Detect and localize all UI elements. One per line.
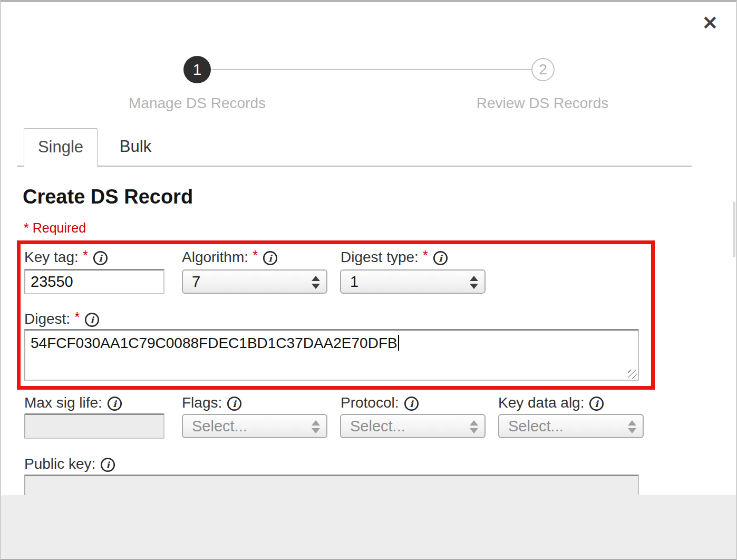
digest-label: Digest: * i [24,310,100,329]
info-icon[interactable]: i [226,395,243,412]
flags-label: Flags: i [182,393,243,412]
create-ds-record-modal: ✕ 1 2 Manage DS Records Review DS Record… [0,0,737,560]
algorithm-label: Algorithm: * i [182,248,278,267]
required-note: * Required [24,220,86,236]
digest-type-select[interactable]: 1 [340,269,486,294]
public-key-label-text: Public key: [24,456,95,472]
protocol-label: Protocol: i [341,393,420,412]
key-tag-label-text: Key tag: [24,249,79,266]
flags-select[interactable]: Select... [182,414,327,438]
svg-text:i: i [91,314,95,325]
info-icon[interactable]: i [92,250,109,266]
required-asterisk: * [83,247,88,264]
info-icon[interactable]: i [432,250,449,266]
svg-text:i: i [106,459,111,470]
svg-text:i: i [113,398,117,409]
flags-select-value: Select... [192,418,247,435]
max-sig-life-label: Max sig life: i [24,393,123,412]
stepper-connector-line [211,69,531,70]
required-asterisk: * [423,247,428,264]
required-asterisk: * [253,247,258,264]
svg-text:i: i [268,253,273,263]
flags-label-text: Flags: [182,394,222,411]
select-arrows-icon [312,273,320,292]
key-data-alg-label-text: Key data alg: [498,394,584,411]
digest-type-label: Digest type: * i [341,248,449,267]
info-icon[interactable]: i [403,395,420,412]
step-1-label: Manage DS Records [108,95,287,112]
select-arrows-icon [470,417,478,436]
select-arrows-icon [470,273,478,292]
footer-bar: Cancel Back Next [1,495,736,559]
public-key-label: Public key: i [24,455,116,474]
select-arrows-icon [312,417,320,436]
info-icon[interactable]: i [100,457,116,473]
algorithm-select[interactable]: 7 [182,269,327,294]
tab-bulk[interactable]: Bulk [98,128,173,167]
digest-value: 54FCF030AA1C79C0088FDEC1BD1C37DAA2E70DFB [31,335,397,351]
digest-type-label-text: Digest type: [341,249,419,266]
digest-textarea[interactable]: 54FCF030AA1C79C0088FDEC1BD1C37DAA2E70DFB [24,329,639,381]
digest-label-text: Digest: [24,311,70,327]
svg-text:i: i [410,398,414,409]
algorithm-label-text: Algorithm: [182,249,248,266]
info-icon[interactable]: i [262,250,278,266]
digest-type-select-value: 1 [350,273,358,290]
required-asterisk: * [74,309,80,325]
tab-single[interactable]: Single [24,128,98,167]
algorithm-select-value: 7 [192,273,200,290]
page-title: Create DS Record [23,186,193,208]
scrollbar-thumb[interactable] [733,201,735,257]
select-arrows-icon [628,417,636,436]
protocol-select-value: Select... [350,418,405,435]
step-2-label: Review DS Records [453,95,632,112]
svg-text:i: i [233,398,237,409]
info-icon[interactable]: i [106,395,123,412]
key-data-alg-select-value: Select... [508,418,564,435]
protocol-select[interactable]: Select... [340,414,486,438]
max-sig-life-label-text: Max sig life: [24,394,102,411]
resize-handle[interactable] [628,370,637,379]
key-tag-input[interactable] [24,269,164,294]
step-2-indicator: 2 [531,58,555,81]
info-icon[interactable]: i [588,395,605,412]
protocol-label-text: Protocol: [341,394,399,411]
step-1-indicator: 1 [183,56,211,83]
svg-text:i: i [595,398,599,409]
key-data-alg-label: Key data alg: i [498,393,605,412]
info-icon[interactable]: i [84,312,100,328]
key-tag-label: Key tag: * i [24,248,109,267]
close-icon[interactable]: ✕ [702,14,718,33]
svg-text:i: i [439,253,443,263]
svg-text:i: i [99,253,103,263]
key-data-alg-select[interactable]: Select... [498,414,644,438]
text-cursor [398,335,399,351]
max-sig-life-input[interactable] [24,413,164,439]
